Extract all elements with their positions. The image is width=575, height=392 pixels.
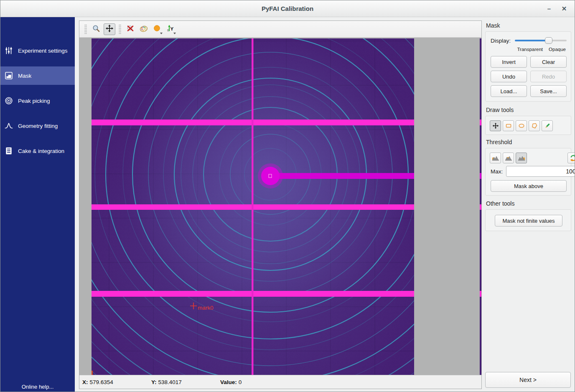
status-x-value: 579.6354 xyxy=(90,379,113,385)
slider-extremes-row: Transparent Opaque xyxy=(491,47,567,52)
mask-buttons-grid: Invert Clear Undo Redo Load... Save... xyxy=(491,56,567,97)
mask-not-finite-button[interactable]: Mask not finite values xyxy=(495,215,562,227)
mask-display-slider[interactable] xyxy=(515,37,567,44)
ellipse-icon xyxy=(518,122,525,129)
sidebar-item-geometry-fitting[interactable]: Geometry fitting xyxy=(0,117,75,135)
plot-canvas[interactable]: mark0 xyxy=(79,38,481,376)
display-label: Display: xyxy=(491,38,511,44)
document-icon xyxy=(5,147,13,155)
mask-section-title: Mask xyxy=(486,22,500,29)
max-label: Max: xyxy=(491,168,503,175)
toolbar-grip[interactable] xyxy=(84,24,87,34)
diffraction-image[interactable]: mark0 xyxy=(92,38,414,376)
palette-icon xyxy=(139,24,148,34)
invert-button[interactable]: Invert xyxy=(491,56,527,68)
save-button[interactable]: Save... xyxy=(530,85,567,97)
sidebar-item-peak-picking[interactable]: Peak picking xyxy=(0,92,75,110)
title-bar: PyFAI Calibration – ✕ xyxy=(0,0,575,17)
polygon-tool-button[interactable] xyxy=(529,120,540,131)
mask-above-threshold-button[interactable] xyxy=(516,153,527,163)
threshold-group: Max: Mask above xyxy=(485,148,571,196)
threshold-title: Threshold xyxy=(486,139,512,145)
mask-tools-button[interactable] xyxy=(151,23,163,35)
online-help-link[interactable]: Online help... xyxy=(0,384,75,390)
status-value-label: Value: xyxy=(220,379,237,385)
clear-button[interactable]: Clear xyxy=(530,56,567,68)
mask-group: Display: Transparent Opaque Invert Clear… xyxy=(485,31,571,102)
sidebar-item-mask[interactable]: Mask xyxy=(0,66,75,85)
status-value-value: 0 xyxy=(239,379,242,385)
sidebar-item-label: Cake & integration xyxy=(18,148,64,154)
max-row: Max: xyxy=(491,166,567,177)
pan-mode-button[interactable] xyxy=(104,23,115,35)
rectangle-icon xyxy=(505,122,512,129)
max-threshold-input[interactable] xyxy=(506,166,575,177)
position-statusbar: X:579.6354 Y:538.4017 Value:0 xyxy=(79,375,481,389)
sidebar-item-experiment-settings[interactable]: Experiment settings xyxy=(0,41,75,60)
draw-tools-row xyxy=(490,120,553,131)
beamstop-arm xyxy=(270,173,414,179)
app-window: PyFAI Calibration – ✕ Experiment setting… xyxy=(0,0,575,392)
status-y-value: 538.4017 xyxy=(158,379,182,385)
undo-button[interactable]: Undo xyxy=(491,71,527,82)
status-y: Y:538.4017 xyxy=(151,379,220,385)
mask-below-threshold-button[interactable] xyxy=(490,153,501,163)
next-button[interactable]: Next > xyxy=(485,372,571,388)
svg-text:Y: Y xyxy=(170,26,174,31)
opaque-label: Opaque xyxy=(549,47,566,52)
pan-arrows-icon xyxy=(105,24,114,34)
rectangle-tool-button[interactable] xyxy=(503,120,514,131)
mask-display-slider-handle[interactable] xyxy=(545,37,552,44)
svg-text:0: 0 xyxy=(167,29,169,32)
mask-icon xyxy=(5,71,13,80)
sliders-icon xyxy=(5,46,13,55)
y-axis-orientation-button[interactable]: Y 0 xyxy=(165,23,176,35)
ellipse-tool-button[interactable] xyxy=(516,120,527,131)
colormap-button[interactable] xyxy=(138,23,150,35)
image-edge-sliver xyxy=(480,38,481,376)
status-x: X:579.6354 xyxy=(82,379,151,385)
pan-draw-tool-button[interactable] xyxy=(490,120,501,131)
beamstop-circle xyxy=(261,167,280,185)
minimize-button[interactable]: – xyxy=(542,0,556,17)
transparent-label: Transparent xyxy=(517,47,543,52)
pan-arrows-icon xyxy=(492,122,499,129)
histogram-between-icon xyxy=(505,155,512,161)
status-y-label: Y: xyxy=(151,379,157,385)
pencil-icon xyxy=(544,122,551,129)
histogram-above-icon xyxy=(518,155,525,161)
mask-side-panel: Mask Display: Transparent Opaque Invert … xyxy=(484,20,573,390)
toolbar-grip[interactable] xyxy=(119,24,121,34)
red-cross-icon xyxy=(126,24,135,34)
status-x-label: X: xyxy=(82,379,88,385)
plot-toolbar: Y 0 xyxy=(79,21,481,38)
peak-curve-icon xyxy=(5,122,13,130)
mask-between-threshold-button[interactable] xyxy=(503,153,514,163)
mask-display-slider-fill xyxy=(515,40,549,41)
plot-widget: Y 0 xyxy=(79,20,482,389)
sidebar-item-cake-integration[interactable]: Cake & integration xyxy=(0,142,75,160)
mask-above-button[interactable]: Mask above xyxy=(491,180,567,192)
sidebar-item-label: Mask xyxy=(18,73,31,79)
mask-vertical-line xyxy=(252,38,254,376)
status-value: Value:0 xyxy=(220,379,289,385)
display-row: Display: xyxy=(491,37,567,44)
dropdown-caret-icon xyxy=(173,33,176,34)
dropdown-caret-icon xyxy=(160,33,163,34)
close-button[interactable]: ✕ xyxy=(557,0,571,17)
peak-marker-label: mark0 xyxy=(198,305,214,311)
redo-button[interactable]: Redo xyxy=(530,71,567,82)
pencil-tool-button[interactable] xyxy=(542,120,553,131)
refresh-threshold-button[interactable] xyxy=(567,153,575,163)
crosshair-disable-button[interactable] xyxy=(125,23,136,35)
window-title: PyFAI Calibration xyxy=(0,0,575,17)
sidebar-item-label: Geometry fitting xyxy=(18,123,58,129)
load-button[interactable]: Load... xyxy=(491,85,527,97)
sidebar-item-label: Peak picking xyxy=(18,98,50,104)
concentric-rings-icon xyxy=(5,97,13,105)
zoom-mode-button[interactable] xyxy=(90,23,102,35)
draw-tools-title: Draw tools xyxy=(486,107,514,113)
other-tools-title: Other tools xyxy=(486,200,514,207)
other-tools-group: Mask not finite values xyxy=(485,209,571,231)
refresh-icon xyxy=(570,154,575,162)
